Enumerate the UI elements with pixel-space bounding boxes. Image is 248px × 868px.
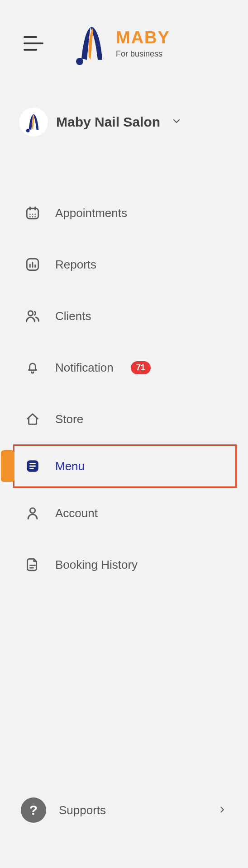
supports-button[interactable]: ? Supports [21,797,227,823]
nav-item-clients[interactable]: Clients [0,290,248,342]
nav-label: Notification [55,361,114,375]
salon-name: Maby Nail Salon [56,114,160,130]
salon-avatar [19,108,48,137]
nav-item-booking-history[interactable]: Booking History [0,539,248,590]
nav-label: Booking History [55,558,138,572]
svg-point-4 [32,213,33,215]
svg-point-7 [32,216,33,217]
help-icon: ? [21,797,46,823]
salon-selector[interactable]: Maby Nail Salon [0,108,248,137]
nav-label: Appointments [55,206,127,220]
document-icon [24,557,41,573]
svg-point-1 [26,129,30,132]
svg-point-12 [30,508,35,513]
users-icon [24,308,41,324]
home-icon [24,411,41,427]
nav-label: Menu [55,459,85,473]
chevron-right-icon [217,802,227,818]
logo-mark-icon [75,21,108,66]
hamburger-menu-icon[interactable] [24,34,43,52]
bell-icon [24,359,41,376]
nav-label: Reports [55,258,96,272]
sidebar-nav: Appointments Reports Clients [0,187,248,590]
nav-item-notification[interactable]: Notification 71 [0,342,248,393]
user-icon [24,505,41,521]
logo-brand-text: MABY [116,29,170,46]
nav-item-appointments[interactable]: Appointments [0,187,248,239]
nav-item-store[interactable]: Store [0,393,248,445]
notification-badge: 71 [131,361,151,374]
logo-subtitle: For business [116,50,170,58]
svg-point-3 [29,213,31,215]
header: MABY For business [0,0,248,66]
nav-item-account[interactable]: Account [0,487,248,539]
logo: MABY For business [75,21,170,66]
supports-label: Supports [59,803,205,817]
svg-point-5 [34,213,36,215]
svg-point-6 [29,216,31,217]
svg-point-10 [28,311,33,316]
nav-label: Clients [55,309,91,323]
nav-label: Account [55,506,98,520]
chevron-down-icon [171,116,182,128]
nav-item-reports[interactable]: Reports [0,239,248,290]
chart-icon [24,256,41,273]
calendar-icon [24,205,41,221]
svg-point-0 [76,58,83,65]
svg-point-8 [34,216,36,217]
menu-list-icon [24,458,41,474]
nav-label: Store [55,412,83,426]
nav-item-menu[interactable]: Menu [14,445,236,487]
